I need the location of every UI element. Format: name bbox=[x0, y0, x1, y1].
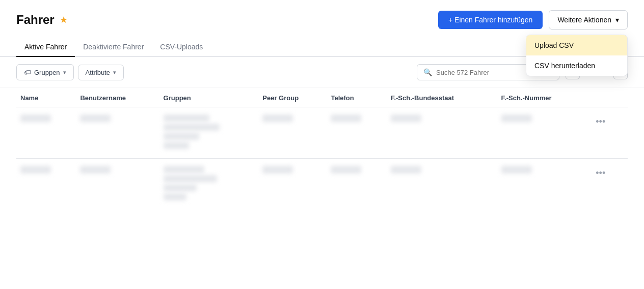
cell-fs-nummer bbox=[497, 107, 588, 159]
tab-csv-uploads[interactable]: CSV-Uploads bbox=[152, 38, 211, 57]
tab-aktive-fahrer[interactable]: Aktive Fahrer bbox=[16, 38, 75, 57]
col-gruppen: Gruppen bbox=[159, 88, 259, 107]
cell-row-actions: ••• bbox=[587, 107, 628, 159]
attribute-label: Attribute bbox=[86, 69, 110, 76]
drivers-table: Name Benutzername Gruppen Peer Group Tel… bbox=[16, 88, 628, 210]
tag-icon: 🏷 bbox=[24, 68, 31, 76]
col-actions bbox=[587, 88, 628, 107]
favorite-icon[interactable]: ★ bbox=[60, 14, 68, 25]
cell-fs-nummer bbox=[497, 159, 588, 210]
more-actions-button[interactable]: Weitere Aktionen ▾ bbox=[549, 10, 628, 30]
cell-gruppen bbox=[159, 159, 259, 210]
groups-chevron-icon: ▾ bbox=[63, 69, 66, 76]
cell-peer-group bbox=[258, 107, 327, 159]
col-peer-group: Peer Group bbox=[258, 88, 327, 107]
upload-csv-item[interactable]: Upload CSV bbox=[526, 35, 627, 55]
cell-name bbox=[16, 159, 76, 210]
col-telefon: Telefon bbox=[327, 88, 386, 107]
header-actions: + Einen Fahrer hinzufügen Weitere Aktion… bbox=[438, 10, 628, 30]
row-more-button[interactable]: ••• bbox=[592, 166, 609, 181]
drivers-table-container: Name Benutzername Gruppen Peer Group Tel… bbox=[0, 88, 644, 210]
cell-fs-bundesstaat bbox=[387, 107, 497, 159]
col-fs-nummer: F.-Sch.-Nummer bbox=[497, 88, 588, 107]
groups-filter-button[interactable]: 🏷 Gruppen ▾ bbox=[16, 64, 74, 80]
tab-deaktivierte-fahrer[interactable]: Deaktivierte Fahrer bbox=[75, 38, 152, 57]
cell-username bbox=[76, 107, 159, 159]
chevron-down-icon: ▾ bbox=[615, 16, 619, 24]
cell-fs-bundesstaat bbox=[387, 159, 497, 210]
attribute-filter-button[interactable]: Attribute ▾ bbox=[78, 65, 124, 80]
cell-username bbox=[76, 159, 159, 210]
table-row: ••• bbox=[16, 159, 628, 210]
cell-telefon bbox=[327, 159, 386, 210]
col-username: Benutzername bbox=[76, 88, 159, 107]
row-more-button[interactable]: ••• bbox=[592, 114, 609, 129]
table-row: ••• bbox=[16, 107, 628, 159]
cell-peer-group bbox=[258, 159, 327, 210]
cell-name bbox=[16, 107, 76, 159]
col-name: Name bbox=[16, 88, 76, 107]
more-actions-label: Weitere Aktionen bbox=[557, 16, 611, 24]
cell-row-actions: ••• bbox=[587, 159, 628, 210]
groups-label: Gruppen bbox=[34, 69, 60, 76]
page-title: Fahrer bbox=[16, 13, 55, 27]
attribute-chevron-icon: ▾ bbox=[113, 69, 116, 76]
download-csv-item[interactable]: CSV herunterladen bbox=[526, 55, 627, 76]
cell-telefon bbox=[327, 107, 386, 159]
col-fs-bundesstaat: F.-Sch.-Bundesstaat bbox=[387, 88, 497, 107]
cell-gruppen bbox=[159, 107, 259, 159]
add-driver-button[interactable]: + Einen Fahrer hinzufügen bbox=[438, 11, 543, 29]
more-actions-dropdown: Upload CSV CSV herunterladen bbox=[526, 35, 628, 76]
search-icon: 🔍 bbox=[423, 68, 432, 76]
